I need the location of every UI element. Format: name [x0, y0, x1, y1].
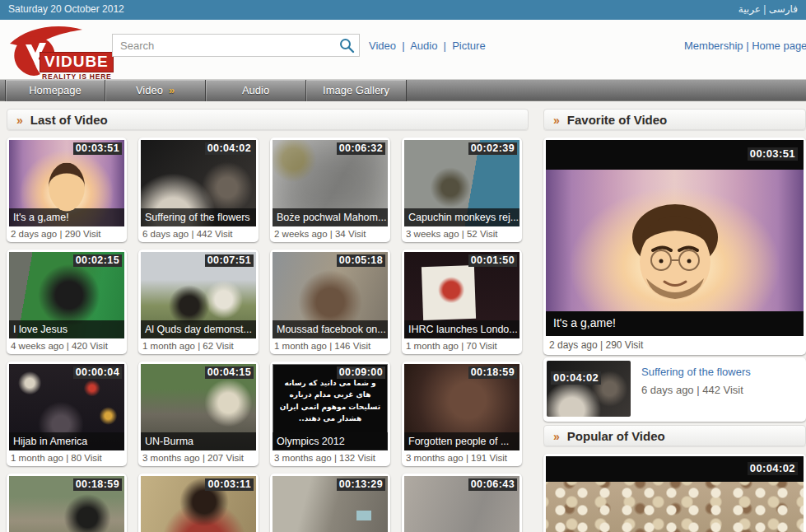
video-card-ihrc-launches[interactable]: 00:01:50 IHRC launches Londo... 1 month …: [402, 250, 522, 354]
video-card-row4-4[interactable]: 00:06:43: [402, 474, 522, 532]
duration-badge: 00:03:11: [205, 478, 254, 491]
link-home-page[interactable]: Home page: [743, 40, 806, 52]
video-card-un-burma[interactable]: 00:04:15 UN-Burma 3 months ago | 207 Vis…: [138, 362, 259, 466]
link-video[interactable]: Video: [369, 40, 396, 52]
video-title: Olympics 2012: [273, 432, 388, 450]
video-card-row4-1[interactable]: 00:18:59: [7, 474, 127, 532]
video-card-its-a-game[interactable]: 00:03:51 It's a g,ame! 2 days ago | 290 …: [7, 138, 127, 242]
video-title-link[interactable]: Suffering of the flowers: [641, 366, 751, 378]
duration-badge: 00:06:32: [337, 142, 385, 155]
duration-badge: 00:04:15: [205, 366, 254, 379]
duration-badge: 00:02:39: [468, 142, 517, 155]
video-thumbnail[interactable]: 00:18:59: [9, 476, 124, 532]
video-card-hijab-in-america[interactable]: 00:00:04 Hijab in America 1 month ago | …: [7, 362, 127, 466]
duration-badge: 00:00:04: [73, 366, 122, 379]
tab-homepage[interactable]: Homepage: [5, 80, 105, 101]
video-thumbnail[interactable]: 00:04:15 UN-Burma: [141, 364, 256, 450]
video-card-olympics-2012[interactable]: و شما می دانید که رسانه های غربی مدام در…: [270, 362, 390, 466]
video-thumbnail[interactable]: 00:01:50 IHRC launches Londo...: [404, 252, 519, 338]
video-thumbnail[interactable]: 00:07:51 Al Quds day demonst...: [141, 252, 256, 338]
video-thumbnail[interactable]: 00:06:32 Boże pochwal Mahom...: [273, 140, 388, 226]
duration-badge: 00:04:02: [748, 462, 798, 475]
account-links: MembershipHome page: [684, 40, 806, 52]
video-card-forgotten-people[interactable]: 00:18:59 Forgotten people of ... 3 month…: [402, 362, 522, 466]
language-links: فارسىعربية: [738, 3, 798, 15]
search-bar: [112, 34, 360, 57]
video-title: Suffering of the flowers: [141, 208, 256, 226]
last-of-video-header: »Last of Video: [7, 109, 529, 130]
section-marker-icon: »: [553, 430, 560, 443]
video-card-boze-pochwal[interactable]: 00:06:32 Boże pochwal Mahom... 2 weeks a…: [270, 138, 390, 242]
video-meta: 6 days ago | 442 Visit: [141, 226, 256, 240]
cartoon-man-graphic: [605, 186, 745, 318]
main-navigation: Homepage Video» Audio Image Gallery: [0, 79, 806, 101]
video-title: IHRC launches Londo...: [404, 320, 519, 338]
tab-audio[interactable]: Audio: [206, 80, 306, 101]
duration-badge: 00:02:15: [73, 254, 122, 267]
vidube-page: Saturday 20 October 2012 فارسىعربية VIDU…: [0, 0, 806, 532]
video-thumbnail[interactable]: 00:06:43: [404, 476, 519, 532]
language-link-arabic[interactable]: عربية: [738, 3, 769, 15]
video-card-row4-2[interactable]: 00:03:11: [138, 474, 259, 532]
favorite-list-item[interactable]: 00:04:02 Suffering of the flowers 6 days…: [543, 357, 806, 422]
favorite-video-frame: [546, 170, 804, 311]
video-meta: 3 months ago | 132 Visit: [273, 450, 388, 464]
video-card-i-love-jesus[interactable]: 00:02:15 I love Jesus 4 weeks ago | 420 …: [7, 250, 127, 354]
video-thumbnail[interactable]: 00:02:15 I love Jesus: [9, 252, 124, 338]
search-input[interactable]: [112, 34, 360, 57]
link-membership[interactable]: Membership: [684, 40, 743, 52]
duration-badge: 00:13:29: [337, 478, 385, 491]
video-thumbnail[interactable]: و شما می دانید که رسانه های غربی مدام در…: [273, 364, 388, 450]
duration-badge: 00:18:59: [73, 478, 122, 491]
language-link-farsi[interactable]: فارسى: [769, 3, 798, 15]
duration-badge: 00:06:43: [468, 478, 517, 491]
video-thumbnail[interactable]: 00:03:51 It's a g,ame!: [9, 140, 124, 226]
duration-badge: 00:04:02: [205, 142, 254, 155]
video-thumbnail[interactable]: 00:18:59 Forgotten people of ...: [404, 364, 519, 450]
video-thumbnail[interactable]: 00:00:04 Hijab in America: [9, 364, 124, 450]
video-title: Forgotten people of ...: [404, 432, 519, 450]
video-meta: 3 weeks ago | 52 Visit: [404, 226, 519, 240]
site-header: VIDUBE REALITY IS HERE VideoAudioPicture…: [0, 20, 806, 79]
popular-video-thumbnail[interactable]: 00:04:02: [546, 456, 804, 532]
letterbox-top: 00:04:02: [546, 456, 804, 482]
video-meta: 3 months ago | 207 Visit: [141, 450, 256, 464]
popular-video-card[interactable]: 00:04:02: [543, 454, 806, 532]
video-card-moussad-facebook[interactable]: 00:05:18 Moussad facebook on... 1 month …: [270, 250, 390, 354]
video-thumbnail[interactable]: 00:13:29: [273, 476, 388, 532]
video-meta: 2 days ago | 290 Visit: [546, 336, 804, 352]
video-thumbnail[interactable]: 00:05:18 Moussad facebook on...: [273, 252, 388, 338]
thumbnail-persian-text: و شما می دانید که رسانه های غربی مدام در…: [277, 377, 383, 425]
top-date-bar: Saturday 20 October 2012 فارسىعربية: [0, 0, 806, 20]
section-title: Popular of Video: [567, 429, 665, 443]
video-card-capuchin-monkeys[interactable]: 00:02:39 Capuchin monkeys rej... 3 weeks…: [402, 138, 522, 242]
link-picture[interactable]: Picture: [437, 40, 485, 52]
video-meta: 1 month ago | 62 Visit: [141, 338, 256, 352]
video-card-row4-3[interactable]: 00:13:29: [270, 474, 390, 532]
tab-image-gallery[interactable]: Image Gallery: [306, 80, 407, 101]
video-thumbnail[interactable]: 00:02:39 Capuchin monkeys rej...: [404, 140, 519, 226]
vidube-logo[interactable]: VIDUBE REALITY IS HERE: [2, 22, 117, 80]
video-meta: 1 month ago | 80 Visit: [9, 450, 124, 464]
video-thumbnail[interactable]: 00:04:02 Suffering of the flowers: [141, 140, 256, 226]
letterbox-top: 00:03:51: [546, 140, 804, 170]
section-marker-icon: »: [553, 114, 560, 127]
tab-video[interactable]: Video»: [105, 80, 206, 101]
video-card-suffering-flowers[interactable]: 00:04:02 Suffering of the flowers 6 days…: [138, 138, 259, 242]
video-thumbnail[interactable]: 00:03:11: [141, 476, 256, 532]
video-card-al-quds-day[interactable]: 00:07:51 Al Quds day demonst... 1 month …: [138, 250, 259, 354]
video-meta: 4 weeks ago | 420 Visit: [9, 338, 124, 352]
favorite-video-card[interactable]: 00:03:51 It's a g,ame!: [543, 138, 806, 355]
video-title: Moussad facebook on...: [273, 320, 388, 338]
favorite-item-text: Suffering of the flowers 6 days ago | 44…: [631, 361, 751, 418]
video-thumbnail[interactable]: 00:04:02: [547, 361, 631, 417]
video-title: I love Jesus: [9, 320, 124, 338]
link-audio[interactable]: Audio: [396, 40, 437, 52]
duration-badge: 00:01:50: [468, 254, 517, 267]
favorite-video-thumbnail[interactable]: 00:03:51 It's a g,ame!: [546, 140, 804, 336]
section-marker-icon: »: [16, 114, 23, 127]
video-title: Hijab in America: [9, 432, 124, 450]
section-title: Last of Video: [30, 113, 108, 127]
video-meta: 2 days ago | 290 Visit: [9, 226, 124, 240]
search-icon[interactable]: [339, 38, 355, 54]
